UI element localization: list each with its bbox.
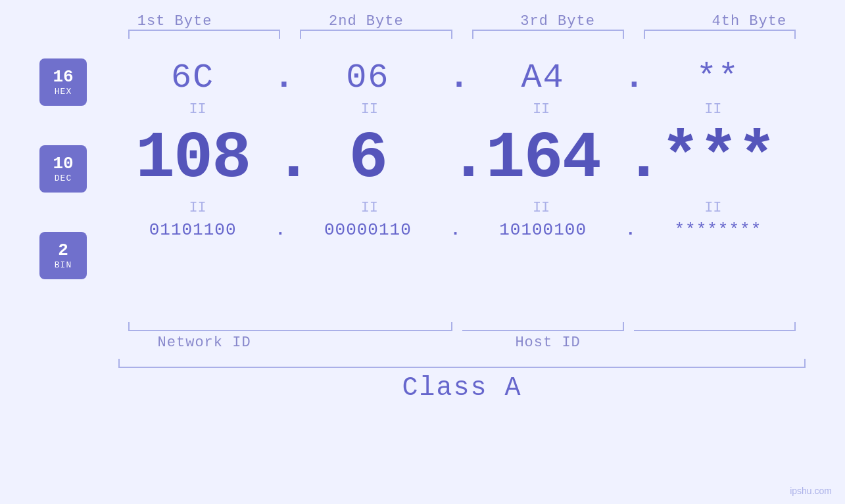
hex-badge: 16 HEX — [39, 58, 87, 106]
equals-3: II — [456, 101, 627, 118]
network-id-label: Network ID — [118, 334, 290, 351]
equals-row-2: II II II II — [105, 196, 806, 220]
byte-header-1: 1st Byte — [79, 13, 270, 30]
id-labels: Network ID Host ID — [118, 334, 806, 351]
bin-badge: 2 BIN — [39, 232, 87, 279]
equals-5: II — [112, 200, 283, 216]
host-id-label: Host ID — [290, 334, 806, 351]
hex-byte-1: 6C — [112, 58, 274, 97]
byte-header-3: 3rd Byte — [462, 13, 654, 30]
dec-dot-3: . — [624, 122, 637, 196]
hex-dot-3: . — [624, 58, 637, 97]
dec-dot-1: . — [274, 122, 287, 196]
data-rows: 6C . 06 . A4 . ** II II II II — [105, 52, 806, 319]
dec-byte-4: *** — [637, 122, 799, 196]
equals-1: II — [112, 101, 283, 118]
badges-column: 16 HEX 10 DEC 2 BIN — [39, 52, 105, 319]
dec-byte-1: 108 — [112, 122, 274, 196]
bin-row: 01101100 . 00000110 . 10100100 . *******… — [105, 220, 806, 240]
hex-dot-1: . — [274, 58, 287, 97]
full-bracket: Class A — [118, 359, 806, 403]
equals-2: II — [283, 101, 455, 118]
main-content: 16 HEX 10 DEC 2 BIN 6C . 06 — [39, 52, 806, 319]
equals-row-1: II II II II — [105, 97, 806, 122]
watermark: ipshu.com — [790, 486, 832, 496]
bin-dot-1: . — [274, 220, 287, 240]
bin-byte-4: ******** — [637, 220, 799, 240]
dec-badge: 10 DEC — [39, 145, 87, 193]
full-bracket-line — [118, 359, 806, 368]
hex-byte-2: 06 — [287, 58, 448, 97]
bin-dot-3: . — [624, 220, 637, 240]
dec-row: 108 . 6 . 164 . *** — [105, 122, 806, 196]
dec-dot-2: . — [449, 122, 462, 196]
equals-8: II — [627, 200, 799, 216]
bottom-brackets-split — [118, 322, 806, 331]
hex-row: 6C . 06 . A4 . ** — [105, 58, 806, 97]
bin-dot-2: . — [449, 220, 462, 240]
bin-byte-2: 00000110 — [287, 220, 448, 240]
byte-header-2: 2nd Byte — [270, 13, 462, 30]
top-brackets — [118, 30, 806, 39]
byte-header-4: 4th Byte — [654, 13, 845, 30]
bin-byte-1: 01101100 — [112, 220, 274, 240]
hex-dot-2: . — [449, 58, 462, 97]
hex-byte-4: ** — [637, 58, 799, 97]
dec-byte-2: 6 — [287, 122, 448, 196]
class-label: Class A — [118, 373, 806, 403]
dec-byte-3: 164 — [462, 122, 624, 196]
equals-7: II — [456, 200, 627, 216]
equals-4: II — [627, 101, 799, 118]
hex-byte-3: A4 — [462, 58, 624, 97]
bin-byte-3: 10100100 — [462, 220, 624, 240]
equals-6: II — [283, 200, 455, 216]
byte-headers: 1st Byte 2nd Byte 3rd Byte 4th Byte — [79, 13, 845, 30]
